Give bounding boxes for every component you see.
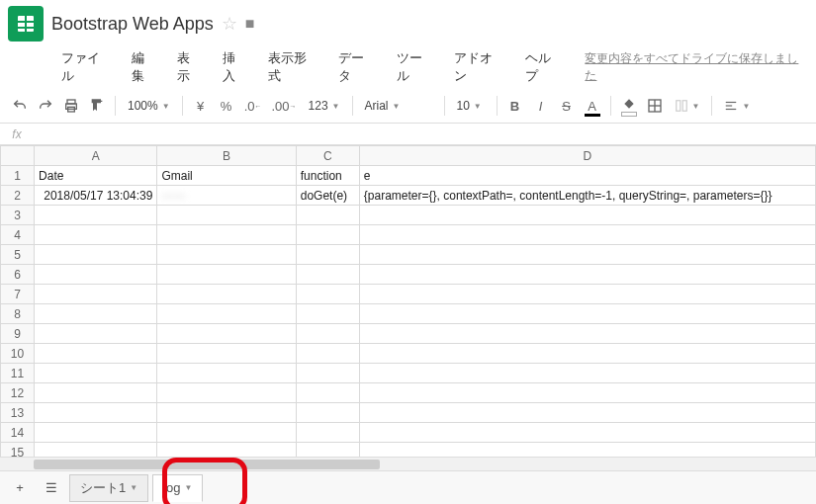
cell[interactable]	[359, 364, 815, 383]
cell[interactable]: ——	[157, 186, 296, 206]
cell[interactable]	[157, 383, 296, 403]
menu-format[interactable]: 表示形式	[258, 45, 328, 89]
cell[interactable]: Gmail	[157, 166, 296, 186]
font-size-select[interactable]: 10▼	[451, 93, 491, 119]
row-header[interactable]: 10	[1, 344, 35, 364]
cell[interactable]	[35, 364, 157, 383]
col-header-B[interactable]: B	[157, 146, 296, 166]
sheet-tab-log[interactable]: log▼	[152, 474, 203, 502]
undo-icon[interactable]	[8, 93, 32, 119]
row-header[interactable]: 14	[1, 423, 35, 443]
cell[interactable]	[359, 206, 815, 225]
cell[interactable]	[359, 285, 815, 304]
row-header[interactable]: 3	[1, 206, 35, 225]
italic-button[interactable]: I	[529, 93, 553, 119]
row-header[interactable]: 8	[1, 304, 35, 324]
star-icon[interactable]: ☆	[222, 13, 237, 35]
cell[interactable]	[35, 265, 157, 285]
col-header-A[interactable]: A	[35, 146, 157, 166]
cell[interactable]	[296, 285, 359, 304]
cell[interactable]	[359, 304, 815, 324]
menu-file[interactable]: ファイル	[51, 45, 122, 89]
borders-button[interactable]	[643, 93, 667, 119]
row-header[interactable]: 2	[1, 186, 35, 206]
cell[interactable]	[157, 344, 296, 364]
redo-icon[interactable]	[34, 93, 57, 119]
cell[interactable]	[359, 265, 815, 285]
menu-help[interactable]: ヘルプ	[515, 45, 574, 89]
dec-decrease-button[interactable]: .0←	[240, 93, 266, 119]
cell[interactable]	[157, 364, 296, 383]
row-header[interactable]: 15	[1, 443, 35, 458]
cell[interactable]: 2018/05/17 13:04:39	[35, 186, 157, 206]
row-header[interactable]: 11	[1, 364, 35, 383]
cell[interactable]	[35, 285, 157, 304]
menu-addons[interactable]: アドオン	[444, 45, 514, 89]
cell[interactable]	[296, 364, 359, 383]
currency-button[interactable]: ¥	[189, 93, 213, 119]
number-format-select[interactable]: 123▼	[303, 93, 346, 119]
menu-data[interactable]: データ	[328, 45, 387, 89]
add-sheet-button[interactable]: +	[6, 475, 34, 501]
row-header[interactable]: 5	[1, 245, 35, 265]
horizontal-align-button[interactable]: ▼	[718, 93, 756, 119]
menu-view[interactable]: 表示	[167, 45, 213, 89]
cell[interactable]	[157, 423, 296, 443]
cell[interactable]	[359, 245, 815, 265]
cell[interactable]	[157, 225, 296, 245]
cell[interactable]	[296, 423, 359, 443]
cell[interactable]	[35, 225, 157, 245]
cell[interactable]	[35, 206, 157, 225]
formula-input[interactable]	[34, 127, 816, 141]
cell[interactable]: e	[359, 166, 815, 186]
doc-title[interactable]: Bootstrap Web Apps	[51, 14, 214, 35]
cell[interactable]	[35, 423, 157, 443]
cell[interactable]	[359, 403, 815, 423]
cell[interactable]	[35, 344, 157, 364]
cell[interactable]	[359, 344, 815, 364]
menu-insert[interactable]: 挿入	[213, 45, 258, 89]
cell[interactable]	[296, 344, 359, 364]
fill-color-button[interactable]	[617, 93, 641, 119]
percent-button[interactable]: %	[215, 93, 238, 119]
cell[interactable]	[157, 265, 296, 285]
cell[interactable]	[296, 443, 359, 458]
print-icon[interactable]	[59, 93, 83, 119]
spreadsheet-grid[interactable]: A B C D 1DateGmailfunctione22018/05/17 1…	[0, 145, 816, 457]
menu-edit[interactable]: 編集	[122, 45, 167, 89]
cell[interactable]	[296, 383, 359, 403]
cell[interactable]	[35, 304, 157, 324]
row-header[interactable]: 1	[1, 166, 35, 186]
all-sheets-button[interactable]: ☰	[38, 475, 65, 501]
cell[interactable]	[157, 403, 296, 423]
folder-icon[interactable]: ■	[245, 15, 255, 33]
row-header[interactable]: 7	[1, 285, 35, 304]
cell[interactable]: {parameter={}, contextPath=, contentLeng…	[359, 186, 815, 206]
save-status[interactable]: 変更内容をすべてドライブに保存しました	[585, 50, 808, 84]
cell[interactable]	[296, 245, 359, 265]
cell[interactable]	[296, 265, 359, 285]
text-color-button[interactable]: A	[581, 93, 604, 119]
cell[interactable]	[157, 324, 296, 344]
col-header-C[interactable]: C	[296, 146, 359, 166]
paint-format-icon[interactable]	[85, 93, 109, 119]
col-header-D[interactable]: D	[359, 146, 815, 166]
cell[interactable]	[359, 423, 815, 443]
row-header[interactable]: 9	[1, 324, 35, 344]
sheet-tab-sheet1[interactable]: シート1▼	[69, 474, 148, 502]
cell[interactable]	[35, 245, 157, 265]
cell[interactable]	[359, 324, 815, 344]
cell[interactable]	[157, 304, 296, 324]
cell[interactable]	[359, 443, 815, 458]
cell[interactable]	[296, 206, 359, 225]
row-header[interactable]: 12	[1, 383, 35, 403]
strikethrough-button[interactable]: S	[555, 93, 579, 119]
row-header[interactable]: 4	[1, 225, 35, 245]
cell[interactable]	[35, 383, 157, 403]
cell[interactable]	[35, 403, 157, 423]
cell[interactable]	[35, 324, 157, 344]
cell[interactable]	[296, 324, 359, 344]
row-header[interactable]: 6	[1, 265, 35, 285]
cell[interactable]	[359, 225, 815, 245]
cell[interactable]	[157, 245, 296, 265]
